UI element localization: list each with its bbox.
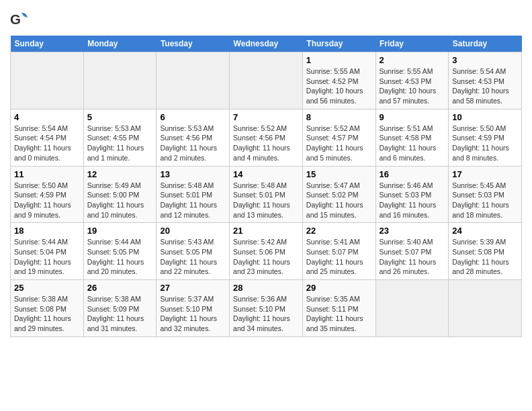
calendar-cell: 2Sunrise: 5:55 AM Sunset: 4:53 PM Daylig… — [375, 52, 449, 109]
day-info: Sunrise: 5:53 AM Sunset: 4:55 PM Dayligh… — [87, 124, 153, 163]
day-number: 21 — [233, 226, 299, 236]
calendar-cell: 29Sunrise: 5:35 AM Sunset: 5:11 PM Dayli… — [302, 280, 375, 337]
day-number: 6 — [160, 112, 226, 122]
day-number: 25 — [14, 283, 80, 293]
day-number: 29 — [306, 283, 372, 293]
dow-header-tuesday: Tuesday — [157, 36, 230, 52]
day-info: Sunrise: 5:48 AM Sunset: 5:01 PM Dayligh… — [233, 181, 299, 220]
calendar-cell: 5Sunrise: 5:53 AM Sunset: 4:55 PM Daylig… — [83, 109, 157, 166]
calendar-cell: 26Sunrise: 5:38 AM Sunset: 5:09 PM Dayli… — [83, 280, 157, 337]
day-info: Sunrise: 5:44 AM Sunset: 5:05 PM Dayligh… — [87, 237, 153, 277]
day-info: Sunrise: 5:44 AM Sunset: 5:04 PM Dayligh… — [14, 237, 80, 277]
day-number: 8 — [306, 112, 372, 122]
day-info: Sunrise: 5:42 AM Sunset: 5:06 PM Dayligh… — [233, 237, 299, 277]
day-info: Sunrise: 5:45 AM Sunset: 5:03 PM Dayligh… — [452, 181, 518, 220]
calendar-cell — [83, 52, 157, 109]
day-info: Sunrise: 5:50 AM Sunset: 4:59 PM Dayligh… — [452, 124, 518, 163]
calendar-cell: 18Sunrise: 5:44 AM Sunset: 5:04 PM Dayli… — [11, 223, 84, 280]
dow-header-wednesday: Wednesday — [230, 36, 303, 52]
day-number: 12 — [87, 169, 153, 179]
day-number: 19 — [87, 226, 153, 236]
day-number: 14 — [233, 169, 299, 179]
calendar-cell: 3Sunrise: 5:54 AM Sunset: 4:53 PM Daylig… — [449, 52, 522, 109]
day-number: 2 — [380, 55, 445, 65]
day-info: Sunrise: 5:54 AM Sunset: 4:53 PM Dayligh… — [452, 66, 518, 106]
calendar-cell: 16Sunrise: 5:46 AM Sunset: 5:03 PM Dayli… — [375, 166, 449, 223]
day-number: 22 — [306, 226, 372, 236]
day-info: Sunrise: 5:36 AM Sunset: 5:10 PM Dayligh… — [233, 294, 299, 334]
day-info: Sunrise: 5:50 AM Sunset: 4:59 PM Dayligh… — [14, 181, 80, 220]
calendar-cell: 25Sunrise: 5:38 AM Sunset: 5:08 PM Dayli… — [11, 280, 84, 337]
day-info: Sunrise: 5:51 AM Sunset: 4:58 PM Dayligh… — [380, 124, 445, 163]
calendar-cell: 4Sunrise: 5:54 AM Sunset: 4:54 PM Daylig… — [11, 109, 84, 166]
calendar-cell: 9Sunrise: 5:51 AM Sunset: 4:58 PM Daylig… — [375, 109, 449, 166]
page-header: G — [10, 10, 522, 29]
dow-header-monday: Monday — [83, 36, 157, 52]
calendar-cell: 1Sunrise: 5:55 AM Sunset: 4:52 PM Daylig… — [302, 52, 375, 109]
day-info: Sunrise: 5:46 AM Sunset: 5:03 PM Dayligh… — [380, 181, 445, 220]
calendar-cell: 11Sunrise: 5:50 AM Sunset: 4:59 PM Dayli… — [11, 166, 84, 223]
day-info: Sunrise: 5:47 AM Sunset: 5:02 PM Dayligh… — [306, 181, 372, 220]
calendar-cell: 23Sunrise: 5:40 AM Sunset: 5:07 PM Dayli… — [375, 223, 449, 280]
day-number: 13 — [160, 169, 226, 179]
calendar-cell: 17Sunrise: 5:45 AM Sunset: 5:03 PM Dayli… — [449, 166, 522, 223]
day-number: 5 — [87, 112, 153, 122]
calendar-cell: 14Sunrise: 5:48 AM Sunset: 5:01 PM Dayli… — [230, 166, 303, 223]
logo: G — [10, 10, 32, 29]
day-number: 4 — [14, 112, 80, 122]
day-number: 1 — [306, 55, 372, 65]
day-info: Sunrise: 5:41 AM Sunset: 5:07 PM Dayligh… — [306, 237, 372, 277]
day-number: 24 — [452, 226, 518, 236]
day-info: Sunrise: 5:52 AM Sunset: 4:57 PM Dayligh… — [306, 124, 372, 163]
day-number: 16 — [380, 169, 445, 179]
day-info: Sunrise: 5:38 AM Sunset: 5:08 PM Dayligh… — [14, 294, 80, 334]
day-info: Sunrise: 5:39 AM Sunset: 5:08 PM Dayligh… — [452, 237, 518, 277]
calendar-cell: 28Sunrise: 5:36 AM Sunset: 5:10 PM Dayli… — [230, 280, 303, 337]
calendar-cell: 24Sunrise: 5:39 AM Sunset: 5:08 PM Dayli… — [449, 223, 522, 280]
calendar-cell: 15Sunrise: 5:47 AM Sunset: 5:02 PM Dayli… — [302, 166, 375, 223]
calendar-cell — [375, 280, 449, 337]
svg-text:G: G — [10, 11, 21, 27]
calendar-cell: 21Sunrise: 5:42 AM Sunset: 5:06 PM Dayli… — [230, 223, 303, 280]
day-number: 28 — [233, 283, 299, 293]
calendar-cell — [449, 280, 522, 337]
day-number: 15 — [306, 169, 372, 179]
calendar-cell: 7Sunrise: 5:52 AM Sunset: 4:56 PM Daylig… — [230, 109, 303, 166]
day-info: Sunrise: 5:55 AM Sunset: 4:52 PM Dayligh… — [306, 66, 372, 106]
day-number: 18 — [14, 226, 80, 236]
dow-header-sunday: Sunday — [11, 36, 84, 52]
calendar-cell: 13Sunrise: 5:48 AM Sunset: 5:01 PM Dayli… — [157, 166, 230, 223]
day-info: Sunrise: 5:35 AM Sunset: 5:11 PM Dayligh… — [306, 294, 372, 334]
day-number: 26 — [87, 283, 153, 293]
calendar-cell: 22Sunrise: 5:41 AM Sunset: 5:07 PM Dayli… — [302, 223, 375, 280]
day-info: Sunrise: 5:54 AM Sunset: 4:54 PM Dayligh… — [14, 124, 80, 163]
calendar-cell — [11, 52, 84, 109]
day-number: 7 — [233, 112, 299, 122]
day-number: 9 — [380, 112, 445, 122]
day-info: Sunrise: 5:55 AM Sunset: 4:53 PM Dayligh… — [380, 66, 445, 106]
calendar-cell: 12Sunrise: 5:49 AM Sunset: 5:00 PM Dayli… — [83, 166, 157, 223]
day-info: Sunrise: 5:49 AM Sunset: 5:00 PM Dayligh… — [87, 181, 153, 220]
dow-header-thursday: Thursday — [302, 36, 375, 52]
day-info: Sunrise: 5:43 AM Sunset: 5:05 PM Dayligh… — [160, 237, 226, 277]
calendar-cell: 20Sunrise: 5:43 AM Sunset: 5:05 PM Dayli… — [157, 223, 230, 280]
day-info: Sunrise: 5:40 AM Sunset: 5:07 PM Dayligh… — [380, 237, 445, 277]
calendar-cell — [230, 52, 303, 109]
day-number: 17 — [452, 169, 518, 179]
day-info: Sunrise: 5:37 AM Sunset: 5:10 PM Dayligh… — [160, 294, 226, 334]
day-number: 23 — [380, 226, 445, 236]
calendar-cell — [157, 52, 230, 109]
calendar-cell: 19Sunrise: 5:44 AM Sunset: 5:05 PM Dayli… — [83, 223, 157, 280]
calendar-cell: 10Sunrise: 5:50 AM Sunset: 4:59 PM Dayli… — [449, 109, 522, 166]
day-info: Sunrise: 5:38 AM Sunset: 5:09 PM Dayligh… — [87, 294, 153, 334]
dow-header-saturday: Saturday — [449, 36, 522, 52]
day-number: 20 — [160, 226, 226, 236]
day-number: 3 — [452, 55, 518, 65]
day-info: Sunrise: 5:48 AM Sunset: 5:01 PM Dayligh… — [160, 181, 226, 220]
day-number: 11 — [14, 169, 80, 179]
day-info: Sunrise: 5:52 AM Sunset: 4:56 PM Dayligh… — [233, 124, 299, 163]
day-number: 27 — [160, 283, 226, 293]
calendar-table: SundayMondayTuesdayWednesdayThursdayFrid… — [10, 36, 522, 337]
day-number: 10 — [452, 112, 518, 122]
calendar-cell: 27Sunrise: 5:37 AM Sunset: 5:10 PM Dayli… — [157, 280, 230, 337]
